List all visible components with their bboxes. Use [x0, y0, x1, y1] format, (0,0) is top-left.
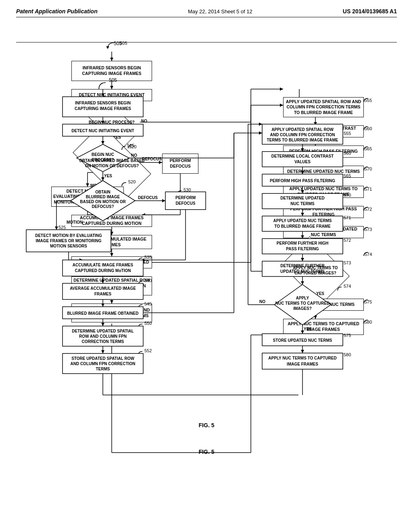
svg-marker-21 — [110, 232, 113, 235]
box-555: APPLY UPDATED SPATIAL ROW AND COLUMN FPN… — [283, 97, 364, 117]
box-510: DETECT NUC INITIATING EVENT — [71, 89, 152, 101]
diamond-520: OBTAIN BLURRED IMAGE BASED ON MOTION OR … — [77, 143, 147, 183]
box-560: DETERMINE LOCAL CONTRAST VALUES — [283, 125, 364, 137]
diamond-text-515: BEGIN NUC PROCESS? — [88, 119, 136, 126]
label-yes-574: YES — [316, 291, 324, 296]
header-left: Patent Application Publication — [16, 8, 98, 15]
box-571: APPLY UPDATED NUC TERMS TO BLURRED IMAGE… — [283, 186, 364, 198]
ref-505-line — [102, 41, 126, 53]
box-570: DETERMINE UPDATED NUC TERMS — [283, 166, 364, 178]
box-545: BLURRED IMAGE FRAME OBTAINED — [71, 256, 152, 268]
svg-marker-25 — [110, 273, 113, 276]
svg-marker-11 — [86, 183, 89, 187]
svg-marker-23 — [110, 253, 113, 256]
page: Patent Application Publication May 22, 2… — [0, 0, 413, 532]
ref-574-line — [361, 250, 373, 258]
flowchart: 505 505 INFRARED SENSORS BEGIN CAPTURING… — [25, 29, 388, 473]
box-575: STORE UPDATED NUC TERMS — [283, 299, 364, 311]
box-530: PERFORM DEFOCUS — [162, 154, 198, 174]
svg-marker-47 — [314, 203, 317, 206]
box-572: PERFORM FURTHER HIGH PASS FILTERING — [283, 206, 364, 218]
box-start: INFRARED SENSORS BEGIN CAPTURING IMAGE F… — [71, 61, 152, 81]
box-573: DETERMINE FURTHER UPDATED NUC TERMS — [283, 226, 364, 238]
page-header: Patent Application Publication May 22, 2… — [16, 8, 397, 17]
label-no-574: NO — [272, 270, 278, 275]
svg-marker-1 — [110, 58, 113, 61]
svg-marker-13 — [159, 161, 162, 164]
svg-marker-60 — [106, 46, 109, 49]
box-550: DETERMINE UPDATED SPATIAL ROW AND COLUMN… — [71, 276, 152, 295]
header-right: US 2014/0139685 A1 — [343, 8, 397, 15]
svg-marker-36 — [280, 104, 283, 107]
svg-marker-43 — [314, 162, 317, 166]
label-no-515: NO — [141, 119, 147, 123]
box-580: APPLY NUC TERMS TO CAPTURED IMAGE FRAMES — [283, 319, 364, 335]
box-540: AVERAGE ACCUMULATED IMAGE FRAMES — [71, 235, 152, 249]
svg-marker-49 — [314, 223, 317, 226]
diamond-text-574: APPLY NUC TERMS TO CAPTURED IMAGES? — [287, 264, 344, 276]
diamond-text-520: OBTAIN BLURRED IMAGE BASED ON MOTION OR … — [77, 157, 147, 169]
box-535: ACCUMULATE IMAGE FRAMES CAPTURED DURING … — [71, 215, 152, 227]
header-center: May 22, 2014 Sheet 5 of 12 — [188, 8, 252, 15]
svg-marker-33 — [280, 87, 283, 91]
box-525: DETECT MOTION BY EVALUATING IMAGE FRAMES… — [51, 187, 124, 207]
svg-marker-57 — [314, 316, 317, 319]
svg-marker-3 — [110, 86, 113, 89]
svg-marker-41 — [314, 142, 317, 145]
svg-marker-39 — [314, 122, 317, 125]
svg-marker-45 — [314, 183, 317, 186]
diamond-574: APPLY NUC TERMS TO CAPTURED IMAGES? — [287, 250, 344, 291]
svg-marker-27 — [110, 300, 113, 303]
box-565: PERFORM HIGH PASS FILTERING — [283, 145, 364, 158]
box-552: STORE UPDATED SPATIAL ROW AND COLUMN FPN… — [71, 303, 152, 322]
